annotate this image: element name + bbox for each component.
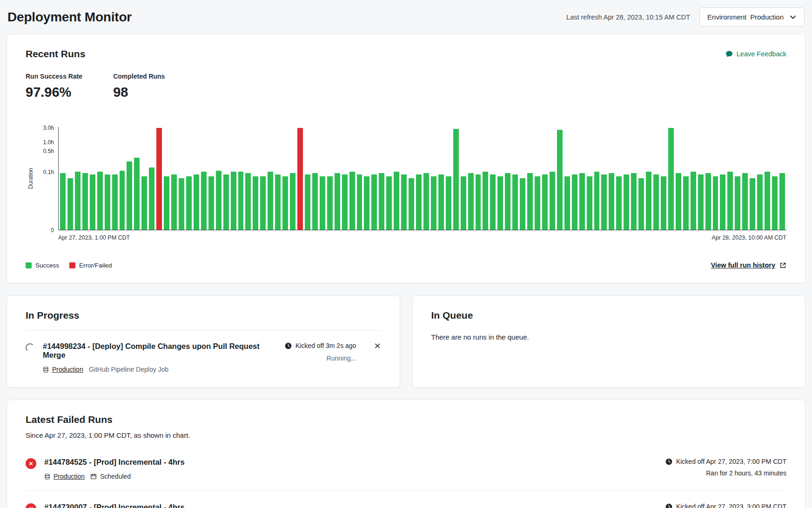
run-bar-success[interactable] — [691, 172, 696, 230]
run-bar-success[interactable] — [497, 176, 503, 230]
environment-link[interactable]: Production — [44, 473, 85, 480]
run-bar-success[interactable] — [483, 172, 488, 230]
run-bar-success[interactable] — [409, 178, 414, 230]
run-bar-success[interactable] — [557, 130, 563, 230]
run-bar-success[interactable] — [105, 174, 110, 230]
run-bar-success[interactable] — [527, 173, 533, 230]
run-bar-success[interactable] — [468, 173, 474, 230]
run-bar-success[interactable] — [535, 176, 540, 230]
run-bar-success[interactable] — [476, 174, 481, 230]
run-bar-success[interactable] — [542, 174, 548, 230]
run-bar-success[interactable] — [275, 174, 281, 230]
run-bar-success[interactable] — [245, 173, 251, 230]
run-bar-failed[interactable] — [297, 128, 303, 230]
run-bar-success[interactable] — [67, 178, 73, 230]
run-bar-success[interactable] — [765, 172, 770, 230]
run-bar-success[interactable] — [750, 178, 755, 230]
run-bar-success[interactable] — [401, 174, 407, 230]
run-bar-failed[interactable] — [156, 128, 162, 230]
run-bar-success[interactable] — [112, 174, 118, 230]
run-bar-success[interactable] — [149, 167, 154, 230]
run-bar-success[interactable] — [349, 172, 355, 230]
run-bar-success[interactable] — [231, 172, 236, 230]
run-bar-success[interactable] — [238, 172, 244, 230]
run-bar-success[interactable] — [594, 172, 600, 230]
run-bar-success[interactable] — [75, 172, 81, 230]
run-bar-success[interactable] — [394, 172, 399, 230]
run-bar-success[interactable] — [141, 176, 147, 230]
run-bar-success[interactable] — [327, 176, 333, 230]
run-bar-success[interactable] — [335, 173, 340, 230]
run-bar-success[interactable] — [260, 176, 266, 230]
run-bar-success[interactable] — [186, 176, 192, 230]
run-bar-success[interactable] — [208, 176, 214, 230]
run-bar-success[interactable] — [661, 176, 666, 230]
run-bar-success[interactable] — [572, 174, 577, 230]
run-bar-success[interactable] — [223, 174, 229, 230]
run-bar-success[interactable] — [550, 172, 555, 230]
run-bar-success[interactable] — [579, 173, 585, 230]
run-bar-success[interactable] — [305, 174, 310, 230]
close-icon[interactable]: ✕ — [373, 342, 381, 350]
run-bar-success[interactable] — [624, 174, 629, 230]
run-bar-success[interactable] — [253, 176, 258, 230]
run-bar-success[interactable] — [371, 174, 377, 230]
run-bar-success[interactable] — [772, 176, 778, 230]
run-bar-success[interactable] — [120, 171, 125, 230]
run-bar-success[interactable] — [379, 173, 384, 230]
run-bar-success[interactable] — [587, 176, 592, 230]
run-bar-success[interactable] — [490, 174, 496, 230]
run-bar-success[interactable] — [90, 174, 95, 230]
run-bar-success[interactable] — [638, 178, 644, 230]
environment-link[interactable]: Production — [43, 366, 83, 373]
run-bar-success[interactable] — [164, 176, 169, 230]
run-bar-success[interactable] — [520, 178, 525, 230]
run-bar-success[interactable] — [609, 173, 614, 230]
run-bar-success[interactable] — [461, 176, 466, 230]
run-bar-success[interactable] — [512, 174, 518, 230]
leave-feedback-link[interactable]: Leave Feedback — [725, 50, 786, 58]
run-bar-success[interactable] — [134, 158, 140, 230]
run-bar-success[interactable] — [705, 173, 711, 230]
run-bar-success[interactable] — [60, 173, 66, 230]
run-bar-success[interactable] — [735, 176, 740, 230]
run-bar-success[interactable] — [268, 172, 273, 230]
run-bar-success[interactable] — [446, 176, 451, 230]
run-bar-success[interactable] — [713, 176, 718, 230]
run-bar-success[interactable] — [431, 176, 436, 230]
run-bar-success[interactable] — [601, 174, 607, 230]
run-bar-success[interactable] — [676, 173, 681, 230]
run-bar-success[interactable] — [668, 128, 674, 230]
run-bar-success[interactable] — [342, 174, 348, 230]
run-bar-success[interactable] — [438, 174, 444, 230]
run-bar-success[interactable] — [386, 176, 392, 230]
run-bar-success[interactable] — [742, 173, 748, 230]
run-bar-success[interactable] — [653, 174, 659, 230]
run-bar-success[interactable] — [127, 161, 132, 230]
run-bar-success[interactable] — [416, 174, 422, 230]
run-bar-success[interactable] — [423, 173, 429, 230]
run-bar-success[interactable] — [505, 173, 510, 230]
run-bar-success[interactable] — [616, 176, 622, 230]
run-bar-success[interactable] — [357, 174, 362, 230]
run-bar-success[interactable] — [201, 172, 207, 230]
run-bar-success[interactable] — [720, 174, 725, 230]
run-bar-success[interactable] — [364, 176, 369, 230]
run-bar-success[interactable] — [453, 129, 459, 230]
run-bar-success[interactable] — [779, 173, 785, 230]
run-bar-success[interactable] — [171, 174, 177, 230]
run-bar-success[interactable] — [631, 173, 637, 230]
run-bar-success[interactable] — [179, 178, 184, 230]
view-full-run-history-link[interactable]: View full run history — [711, 261, 786, 269]
run-bar-success[interactable] — [312, 173, 318, 230]
run-bar-success[interactable] — [282, 176, 288, 230]
run-bar-success[interactable] — [216, 171, 221, 230]
run-bar-success[interactable] — [564, 176, 570, 230]
run-bar-success[interactable] — [194, 174, 199, 230]
run-bar-success[interactable] — [698, 174, 704, 230]
run-bar-success[interactable] — [290, 173, 295, 230]
run-bar-success[interactable] — [320, 176, 325, 230]
run-bar-success[interactable] — [757, 174, 763, 230]
environment-dropdown[interactable]: Environment Production — [699, 7, 805, 27]
run-bar-success[interactable] — [646, 172, 651, 230]
